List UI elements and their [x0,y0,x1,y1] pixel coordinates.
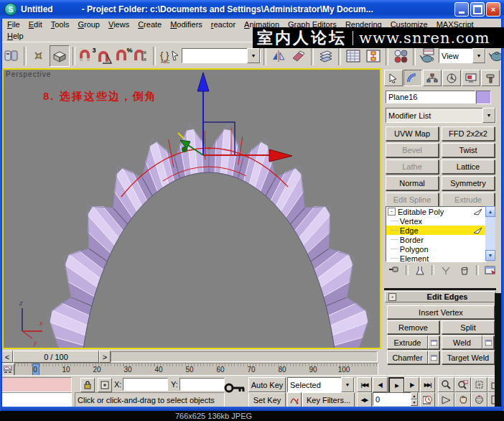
auto-key-button[interactable]: Auto Key [248,377,286,392]
menu-modifiers[interactable]: Modifiers [166,19,207,29]
current-frame-field[interactable]: 0 [373,392,414,406]
time-slider-handle[interactable]: 0 / 100 [13,351,99,363]
split-button[interactable]: Split [442,320,495,334]
frame-forward-button[interactable]: > [99,351,111,363]
named-selection-icon[interactable]: { }ABC [159,46,180,66]
configure-modifier-sets-icon[interactable] [482,264,499,277]
selection-lock-icon[interactable] [80,378,95,392]
menu-edit[interactable]: Edit [24,19,47,29]
selection-filter-combobox[interactable]: Selected ▼ [287,377,355,392]
chamfer-settings-button[interactable] [428,351,439,364]
stack-item-border[interactable]: ┈┈ Border [386,235,485,244]
select-object-icon[interactable] [50,45,70,67]
stack-scrollbar[interactable]: ▲ ▼ [485,206,495,261]
weld-settings-button[interactable] [482,336,494,349]
symmetry-button[interactable]: Symmetry [442,176,495,190]
named-selection-combobox[interactable]: ▼ [182,48,261,63]
zoom-extents-icon[interactable] [471,377,487,392]
material-editor-icon[interactable] [391,46,410,66]
absolute-offset-mode-icon[interactable] [98,378,112,392]
angle-snap-icon[interactable] [97,47,114,65]
make-unique-icon[interactable] [437,264,454,277]
collapse-icon[interactable]: - [388,293,396,301]
mini-curve-editor-icon[interactable] [1,364,14,376]
normal-button[interactable]: Normal [386,176,439,190]
set-keys-key-icon[interactable] [224,381,246,396]
spinner-up-icon[interactable]: ▲ [411,392,418,399]
extrude-button[interactable]: Extrude [387,336,428,349]
pin-stack-icon[interactable] [386,264,403,277]
zoom-icon[interactable] [438,377,454,392]
scroll-down-icon[interactable]: ▼ [485,250,495,261]
maxscript-listener-pink[interactable] [1,377,72,392]
y-coordinate-field[interactable] [179,378,225,391]
previous-frame-icon[interactable]: ◀| [373,377,388,392]
chevron-down-icon[interactable]: ▼ [482,108,495,123]
align-icon[interactable] [289,46,308,66]
stack-item-edge[interactable]: ┈┈ Edge [386,226,485,235]
render-setup-icon[interactable] [419,46,437,66]
collapse-icon[interactable]: - [388,208,396,216]
zoom-all-icon[interactable] [454,377,471,392]
key-filters-button[interactable]: Key Filters... [302,392,355,407]
viewport-canvas[interactable]: zxy [4,70,380,348]
stack-item-editable-poly[interactable]: - Editable Poly [386,207,485,216]
tab-modify[interactable] [403,70,422,86]
pan-hand-icon[interactable] [454,392,471,407]
layer-manager-icon[interactable] [317,46,335,66]
stack-item-polygon[interactable]: ┈┈ Polygon [386,244,485,254]
frame-spinner[interactable]: ▲ ▼ [411,392,418,406]
insert-vertex-button[interactable]: Insert Vertex [387,305,495,319]
menu-file[interactable]: File [3,19,24,29]
target-weld-button[interactable]: Target Weld [442,351,495,364]
modifier-list-dropdown[interactable]: Modifier List ▼ [386,108,496,123]
scroll-up-icon[interactable]: ▲ [485,206,495,217]
viewport-label[interactable]: Perspective [6,70,51,78]
chamfer-button[interactable]: Chamfer [387,351,428,364]
uvw-map-button[interactable]: UVW Map [386,126,439,141]
go-to-end-icon[interactable]: ▶▶| [420,377,435,392]
mirror-icon[interactable] [269,46,288,66]
minimize-button[interactable] [454,2,469,17]
extrude-settings-button[interactable] [428,336,439,349]
show-end-result-icon[interactable] [411,264,429,277]
menu-create[interactable]: Create [134,19,166,29]
go-to-start-icon[interactable]: |◀◀ [357,377,372,392]
chevron-down-icon[interactable]: ▼ [247,48,260,63]
twist-button[interactable]: Twist [442,143,495,157]
object-name-field[interactable]: Plane16 [386,91,475,103]
weld-button[interactable]: Weld [442,336,482,349]
maximize-button[interactable] [470,2,485,17]
tab-hierarchy[interactable] [423,70,442,86]
chevron-down-icon[interactable]: ▼ [472,48,485,63]
set-key-button[interactable]: Set Key [248,392,286,407]
remove-modifier-icon[interactable] [456,264,473,277]
spinner-down-icon[interactable]: ▼ [411,399,418,407]
time-slider-track[interactable] [111,351,378,362]
menu-group[interactable]: Group [73,19,104,29]
arc-rotate-icon[interactable] [471,392,487,407]
tab-display[interactable] [462,70,480,86]
curve-editor-icon[interactable] [344,46,363,66]
panel-scrollbar[interactable] [495,293,501,407]
perspective-viewport[interactable]: zxy [2,68,381,349]
menu-help[interactable]: Help [3,31,28,41]
object-color-swatch[interactable] [476,91,491,104]
menu-views[interactable]: Views [104,19,134,29]
stack-item-vertex[interactable]: ┈┈ Vertex [386,216,485,226]
play-button[interactable]: ▶ [388,377,405,394]
menu-tools[interactable]: Tools [47,19,74,29]
edit-edges-rollout-header[interactable]: - Edit Edges [385,291,496,302]
frame-back-button[interactable]: < [1,351,13,363]
key-filter-curve-icon[interactable] [287,392,302,407]
menu-reactor[interactable]: reactor [207,19,240,29]
tab-utilities[interactable] [481,70,500,86]
key-mode-toggle-icon[interactable]: ◀▶ [357,392,372,407]
select-and-link-icon[interactable] [29,46,48,66]
remove-button[interactable]: Remove [387,320,439,334]
close-button[interactable]: × [486,2,500,17]
x-coordinate-field[interactable] [123,378,168,391]
percent-snap-icon[interactable]: % [115,47,132,65]
lattice-button[interactable]: Lattice [442,159,495,174]
render-view-combobox[interactable]: View ▼ [439,48,486,63]
